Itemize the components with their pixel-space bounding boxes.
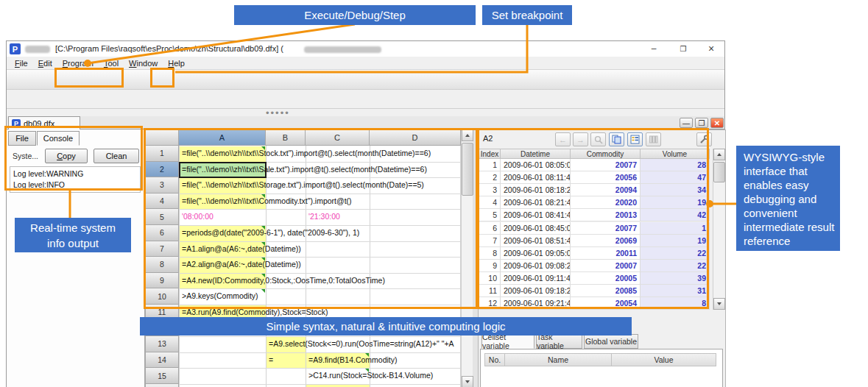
tab-console[interactable]: Console [37,131,80,146]
row-header-3[interactable]: 3 [145,177,179,194]
menu-window[interactable]: Window [124,59,163,68]
scroll-down-icon[interactable] [713,298,725,310]
grid-scroll-thumb[interactable] [462,143,473,196]
menu-program[interactable]: Program [57,59,99,68]
result-cell: 19 [641,196,710,209]
row-header-8[interactable]: 8 [145,257,179,273]
result-cell: 2009-06-01 08:51:40 [501,235,571,247]
cell-text-A2: =file("..\\demo\\zh\\txt\\Sale.txt").imp… [182,162,427,178]
clean-button[interactable]: Clean [93,149,139,163]
copy-button[interactable]: Copy [45,149,88,163]
row-header-15[interactable]: 15 [145,368,179,384]
cell-text-A7: =A1.align@a(A6:~,date(Datetime)) [182,241,301,258]
var-col-no[interactable]: No. [484,353,505,366]
vtab-cellset-variable[interactable]: Cellset variable [481,334,534,349]
row-header-1[interactable]: 1 [145,146,179,162]
scroll-down-icon[interactable] [462,376,473,387]
row-header-4[interactable]: 4 [145,194,179,210]
result-scroll-thumb[interactable] [713,162,725,182]
menu-tool[interactable]: Tool [99,59,124,68]
tab-label: db09.dfx [24,119,54,128]
result-cell-label: A2 [483,134,493,143]
result-cell: 22 [641,260,710,272]
copy-label: opy [63,152,76,160]
scroll-up-icon[interactable] [713,149,725,160]
mdi-close-button[interactable]: ✕ [710,118,724,128]
overflow-marker-icon [261,146,265,150]
row-header-14[interactable]: 14 [145,352,179,369]
row-header-16[interactable]: 16 [145,384,179,387]
result-cell: 20007 [571,260,641,272]
result-cell: 2 [479,171,501,184]
menu-file[interactable]: File [10,59,33,68]
overflow-marker-icon [261,226,265,230]
result-col-volume[interactable]: Volume [641,149,710,159]
maximize-button[interactable]: ❐ [675,42,691,55]
var-col-value[interactable]: Value [612,353,716,366]
cell-text-C5: '21:30:00 [308,209,340,225]
minimize-button[interactable]: – [646,42,662,55]
result-cell: 10 [479,272,501,285]
vtab-global-variable[interactable]: Global variable [584,334,638,349]
result-cell: 12 [479,297,501,310]
blurred-text [304,46,381,53]
result-cell: 39 [641,272,710,285]
result-cell: 11 [479,285,501,297]
vtab-task-variable[interactable]: Task variable [536,334,582,349]
col-header-B[interactable]: B [266,129,306,146]
row-header-13[interactable]: 13 [145,336,179,352]
col-header-A[interactable]: A [179,129,266,146]
row-header-10[interactable]: 10 [145,288,179,305]
result-cell: 2009-06-01 08:05:00 [501,159,571,171]
menu-help[interactable]: Help [163,59,190,68]
result-cell: 2009-06-01 09:21:40 [501,297,571,310]
callout-breakpoint: Set breakpoint [482,5,572,25]
result-cell: 2009-06-01 09:11:40 [501,272,571,285]
result-cell: 2009-06-01 08:21:40 [501,196,571,209]
result-cell: 22 [641,247,710,260]
result-scrollbar[interactable] [713,149,724,310]
overflow-marker-icon [365,369,369,372]
cell-text-C14: =A9.find(B14.Commodity) [308,352,398,369]
cell-text-A8: =A2.align@a(A6:~,date(Datetime)) [182,257,301,273]
col-header-C[interactable]: C [306,129,370,146]
tab-db09[interactable]: P db09.dfx [8,116,80,129]
result-cell: 42 [641,209,710,221]
formula-bar: A2 = 1 =file("..\\demo\\zh\\txt\\Sale.tx… [7,90,724,109]
result-cell: 5 [479,209,501,221]
result-col-datetime[interactable]: Datetime [501,149,571,159]
close-button[interactable]: × [703,42,719,55]
scroll-up-icon[interactable] [462,129,473,141]
cell-text-A10: >A9.keys(Commodity) [182,288,258,305]
callout-realtime: Real-time system info output [15,218,131,252]
copy-data-icon[interactable] [609,132,624,146]
row-header-5[interactable]: 5 [145,209,179,225]
cell-text-B13: =A9.select(Stock<=0).run(OosTime=string(… [269,336,454,352]
row-header-7[interactable]: 7 [145,241,179,258]
tab-file[interactable]: File [8,131,36,146]
row-header-2[interactable]: 2 [145,162,179,178]
row-header-9[interactable]: 9 [145,273,179,289]
result-cell: 20069 [571,235,641,247]
row-header-6[interactable]: 6 [145,225,179,241]
col-header-D[interactable]: D [370,129,461,146]
result-col-commodity[interactable]: Commodity [571,149,641,159]
settings-wrench-icon[interactable] [696,132,712,146]
cellsheet-grid[interactable]: ABCD1=file("..\\demo\\zh\\txt\\Stock.txt… [145,129,473,387]
result-cell: 20054 [571,297,641,310]
result-col-index[interactable]: Index [479,149,501,159]
menu-edit[interactable]: Edit [33,59,57,68]
result-cell: 2009-06-01 09:05:00 [501,247,571,260]
log-line: Log level:WARNING [13,168,137,180]
grid-corner-header[interactable] [145,129,179,146]
result-cell: 47 [641,171,710,184]
window-title: [C:\Program Files\raqsoft\esProc\demo\zh… [55,44,283,53]
grid-scrollbar[interactable] [461,129,473,387]
mdi-restore-button[interactable]: ❐ [695,118,708,128]
var-col-name[interactable]: Name [505,353,612,366]
result-cell: 34 [641,184,710,196]
mdi-minimize-button[interactable]: — [680,118,693,128]
result-cell: 20077 [571,159,641,171]
overflow-marker-icon [261,194,265,198]
data-options-icon[interactable] [627,132,643,146]
